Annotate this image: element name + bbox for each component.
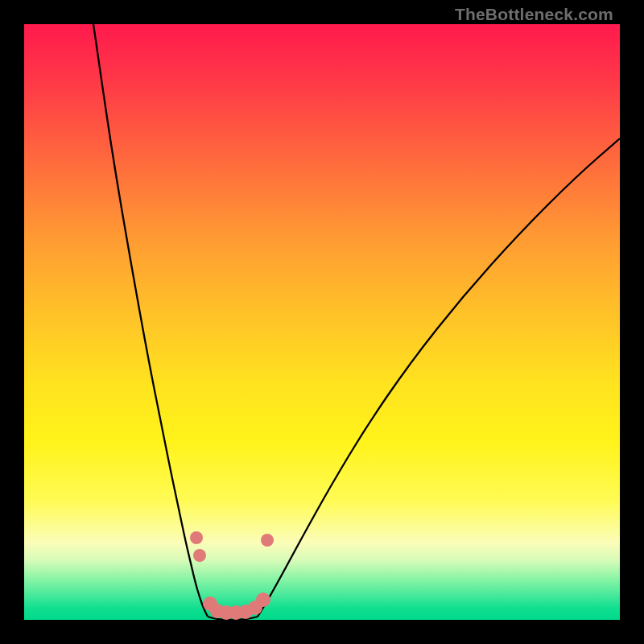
curve-left-branch xyxy=(93,24,208,617)
valley-marker-dot xyxy=(190,531,203,544)
watermark-text: TheBottleneck.com xyxy=(455,5,613,24)
valley-marker-dot xyxy=(261,534,274,547)
valley-marker-dot xyxy=(256,592,270,607)
curve-right-branch xyxy=(258,138,620,617)
valley-marker-dot xyxy=(193,549,206,562)
bottleneck-curve xyxy=(24,24,620,620)
chart-plot-area xyxy=(24,24,620,620)
